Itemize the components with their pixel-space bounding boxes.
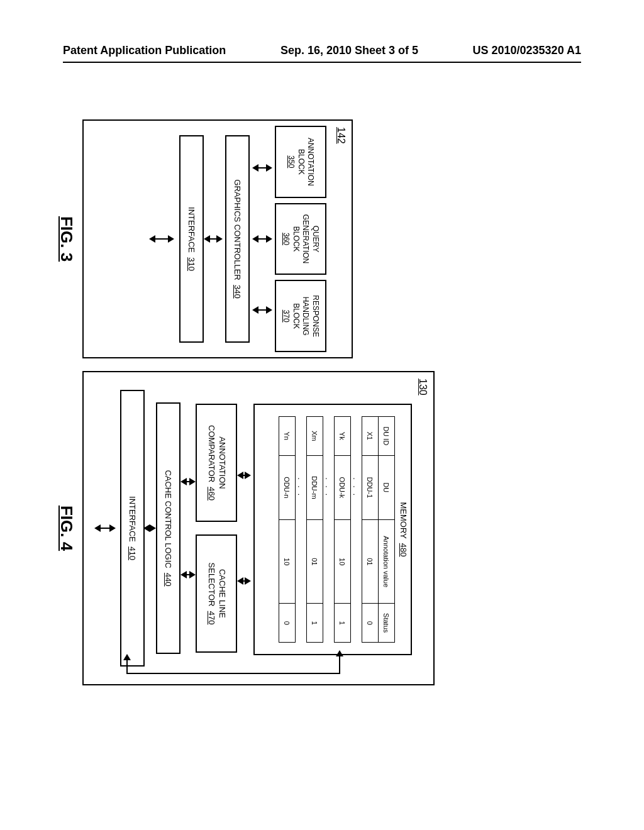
response-block-label: RESPONSE HANDLING BLOCK	[291, 284, 320, 348]
th-status: Status	[379, 604, 395, 643]
arrow-bidir-icon	[149, 235, 174, 243]
cell: DDU-m	[307, 455, 323, 520]
fig3-top-arrows	[252, 121, 275, 357]
fig4-bot-blocks: ANNOTATION COMPARATOR 460 CACHE LINE SEL…	[196, 372, 237, 684]
query-block-num: 360	[281, 207, 291, 272]
header-left: Patent Application Publication	[63, 44, 226, 57]
cache-ctrl-num: 440	[164, 573, 173, 587]
cache-control-logic: CACHE CONTROL LOGIC 440	[156, 402, 180, 654]
cell: X1	[362, 417, 379, 456]
fig-4-label: FIG. 4	[57, 506, 76, 551]
fig3-interface: INTERFACE 310	[179, 135, 204, 343]
interface-num: 310	[187, 257, 196, 271]
arrow-bidir-icon	[204, 235, 223, 243]
table-row: Yk ODU-k 10 1	[335, 417, 351, 643]
fig4-mem-bot-arrows	[237, 372, 251, 684]
arrow-bidir-icon	[252, 164, 272, 172]
fig3-ref: 142	[335, 127, 347, 144]
fig3-top-row: ANNOTATION BLOCK 350 QUERY GENERATION BL…	[275, 121, 326, 357]
figures-rotator: 142 ANNOTATION BLOCK 350 QUERY GENERATIO…	[57, 113, 579, 692]
arrow-bidir-icon	[252, 235, 272, 243]
cell: 0	[279, 604, 296, 643]
cell: 10	[335, 520, 351, 604]
arrow-bidir-icon	[145, 524, 156, 532]
th-du-id: DU ID	[379, 417, 395, 456]
memory-num: 480	[399, 543, 408, 557]
arrow-left-icon	[336, 650, 343, 656]
annotation-block-num: 350	[286, 130, 296, 194]
cell: Yn	[279, 417, 296, 456]
cache-sel-num: 470	[207, 611, 216, 625]
annotation-block: ANNOTATION BLOCK 350	[275, 126, 326, 198]
fig4-interface: INTERFACE 410	[120, 390, 145, 667]
annotation-comparator: ANNOTATION COMPARATOR 460	[196, 404, 237, 522]
memory-label: MEMORY	[399, 502, 408, 539]
cell: 10	[279, 520, 296, 604]
interface-num: 410	[128, 546, 137, 560]
controller-num: 340	[233, 285, 242, 299]
arrow-bidir-icon	[180, 478, 196, 485]
cell: 1	[307, 604, 323, 643]
cell: 01	[307, 520, 323, 604]
header-right: US 2010/0235320 A1	[473, 44, 581, 57]
query-generation-block: QUERY GENERATION BLOCK 360	[275, 203, 326, 275]
response-block-num: 370	[281, 284, 291, 348]
table-row: Yn ODU-n 10 0	[279, 417, 296, 643]
fig4-external-arrow	[94, 372, 118, 684]
header-center: Sep. 16, 2010 Sheet 3 of 5	[280, 44, 418, 57]
fig-3-label: FIG. 3	[57, 216, 76, 262]
arrow-left-icon	[123, 654, 131, 660]
arrow-bidir-icon	[180, 571, 196, 578]
memory-title: MEMORY 480	[399, 405, 411, 654]
fig-3-wrap: 142 ANNOTATION BLOCK 350 QUERY GENERATIO…	[57, 119, 353, 358]
interface-label: INTERFACE	[187, 207, 196, 253]
arrow-bidir-icon	[237, 577, 251, 585]
controller-label: GRAPHICS CONTROLLER	[233, 179, 242, 280]
arrow-bidir-icon	[252, 306, 272, 314]
ellipsis-row: . . .	[351, 417, 362, 643]
table-row: Xm DDU-m 01 1	[307, 417, 323, 643]
annotation-block-label: ANNOTATION BLOCK	[296, 130, 315, 194]
figures-area: 142 ANNOTATION BLOCK 350 QUERY GENERATIO…	[57, 113, 579, 692]
memory-table: DU ID DU Annotation value Status X1 DDU-…	[279, 416, 395, 643]
cell: 0	[362, 604, 379, 643]
arrow-bidir-icon	[237, 472, 251, 479]
cell: Xm	[307, 417, 323, 456]
cache-ctrl-label: CACHE CONTROL LOGIC	[164, 470, 173, 568]
fig3-bottom-arrow	[149, 121, 177, 357]
cache-line-selector: CACHE LINE SELECTOR 470	[196, 534, 237, 653]
th-du: DU	[379, 455, 395, 520]
th-annotation-value: Annotation value	[379, 520, 395, 604]
cell: Yk	[335, 417, 351, 456]
table-header-row: DU ID DU Annotation value Status	[379, 417, 395, 643]
memory-box: MEMORY 480 DU ID DU Annotation value Sta…	[253, 404, 412, 655]
annot-comp-label: ANNOTATION COMPARATOR	[207, 425, 227, 489]
cell: ODU-k	[335, 455, 351, 520]
arrow-bidir-icon	[94, 524, 116, 532]
response-handling-block: RESPONSE HANDLING BLOCK 370	[275, 280, 326, 352]
cell: ODU-n	[279, 455, 296, 520]
fig4-memory-interface-connector	[126, 655, 340, 674]
fig-4-outer: 130 MEMORY 480 DU ID DU Annotation value	[82, 371, 435, 685]
graphics-controller: GRAPHICS CONTROLLER 340	[225, 135, 250, 343]
ellipsis-row: . . .	[296, 417, 307, 643]
query-block-label: QUERY GENERATION BLOCK	[291, 207, 320, 272]
cell: 1	[335, 604, 351, 643]
fig-3-outer: 142 ANNOTATION BLOCK 350 QUERY GENERATIO…	[82, 119, 353, 358]
fig4-bb-cc-arrows	[180, 372, 196, 684]
cell: DDU-1	[362, 455, 379, 520]
cell: 01	[362, 520, 379, 604]
table-row: X1 DDU-1 01 0	[362, 417, 379, 643]
fig4-cc-if-arrows	[145, 372, 156, 684]
annot-comp-num: 460	[207, 487, 216, 501]
header-divider	[63, 62, 581, 63]
page: Patent Application Publication Sep. 16, …	[0, 0, 644, 830]
fig-4-wrap: 130 MEMORY 480 DU ID DU Annotation value	[57, 371, 435, 685]
page-header: Patent Application Publication Sep. 16, …	[63, 44, 581, 57]
ellipsis-row: . . .	[323, 417, 335, 643]
interface-label: INTERFACE	[128, 496, 137, 542]
fig4-ref: 130	[417, 379, 428, 396]
